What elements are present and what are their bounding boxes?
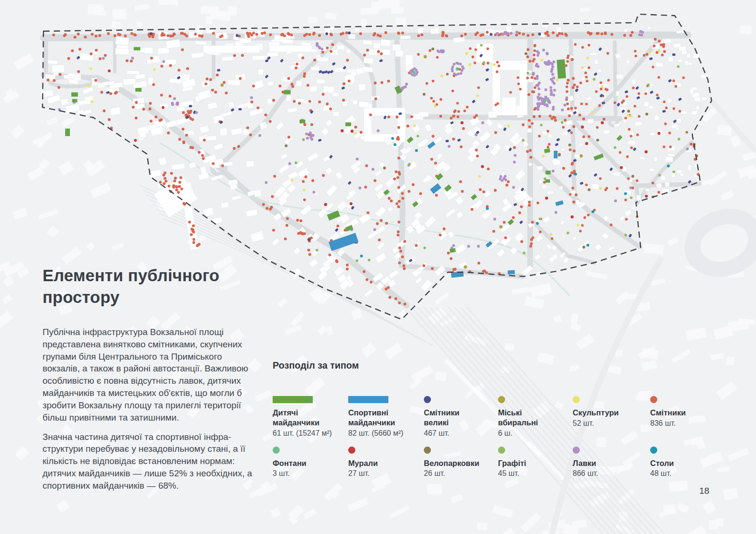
legend-title: Розподіл за типом xyxy=(273,360,703,371)
legend-item-count: 45 шт. xyxy=(498,469,573,478)
body-text: Публічна інфраструктура Вокзальної площі… xyxy=(43,326,256,499)
legend: Розподіл за типом Дитячі майданчики61 шт… xyxy=(273,360,703,478)
legend-item-label: Фонтани xyxy=(273,458,348,468)
legend-swatch-dot xyxy=(573,447,580,454)
legend-item-label: Мурали xyxy=(348,458,424,468)
legend-swatch-dot xyxy=(273,447,280,454)
legend-item-label: Лавки xyxy=(573,458,650,468)
legend-swatch-bar xyxy=(273,396,313,403)
legend-item: Спортивні майданчики82 шт. (5660 м²) xyxy=(348,396,424,438)
legend-item-count: 27 шт. xyxy=(348,469,424,478)
legend-swatch-dot xyxy=(498,447,505,454)
legend-swatch-dot xyxy=(348,447,355,454)
legend-swatch-dot xyxy=(650,447,657,454)
legend-item-label: Смітники xyxy=(650,408,703,418)
legend-item-label: Скульптури xyxy=(573,408,650,418)
page-number: 18 xyxy=(699,486,709,496)
legend-item: Скульптури52 шт. xyxy=(573,396,650,438)
legend-item: Столи48 шт. xyxy=(650,447,703,478)
legend-item-label: Смітники великі xyxy=(424,408,498,428)
legend-item-count: 82 шт. (5660 м²) xyxy=(348,429,424,438)
legend-item-label: Столи xyxy=(650,458,703,468)
legend-swatch-dot xyxy=(573,396,580,403)
legend-item: Смітники великі467 шт. xyxy=(424,396,498,438)
legend-grid: Дитячі майданчики61 шт. (15247 м²)Спорти… xyxy=(273,396,703,478)
legend-swatch-bar xyxy=(348,396,388,403)
legend-item-count: 61 шт. (15247 м²) xyxy=(273,429,348,438)
legend-item: Лавки866 шт. xyxy=(573,447,650,478)
legend-item: Мурали27 шт. xyxy=(348,447,424,478)
legend-swatch-dot xyxy=(650,396,657,403)
legend-item-count: 52 шт. xyxy=(573,419,650,428)
legend-item: Фонтани3 шт. xyxy=(273,447,348,478)
page-title: Елементи публічного простору xyxy=(43,265,250,308)
legend-item-count: 6 ш. xyxy=(498,429,573,438)
legend-item-label: Велопарковки xyxy=(424,458,498,468)
legend-item-count: 26 шт. xyxy=(424,469,498,478)
legend-item-count: 836 шт. xyxy=(650,419,703,428)
legend-item-count: 866 шт. xyxy=(573,469,650,478)
legend-item: Смітники836 шт. xyxy=(650,396,703,438)
paragraph-1: Публічна інфраструктура Вокзальної площі… xyxy=(43,326,256,424)
legend-item-count: 3 шт. xyxy=(273,469,348,478)
legend-swatch-dot xyxy=(424,396,431,403)
legend-item: Велопарковки26 шт. xyxy=(424,447,498,478)
legend-item-count: 48 шт. xyxy=(650,469,703,478)
legend-swatch-dot xyxy=(498,396,505,403)
legend-item: Дитячі майданчики61 шт. (15247 м²) xyxy=(273,396,348,438)
legend-swatch-dot xyxy=(424,447,431,454)
legend-item-count: 467 шт. xyxy=(424,429,498,438)
legend-item: Міські вбиральні6 ш. xyxy=(498,396,573,438)
legend-item-label: Дитячі майданчики xyxy=(273,408,348,428)
legend-item-label: Міські вбиральні xyxy=(498,408,573,428)
paragraph-2: Значна частина дитячої та спортивної інф… xyxy=(43,431,256,492)
legend-item-label: Графіті xyxy=(498,458,573,468)
legend-item: Графіті45 шт. xyxy=(498,447,573,478)
legend-item-label: Спортивні майданчики xyxy=(348,408,424,428)
